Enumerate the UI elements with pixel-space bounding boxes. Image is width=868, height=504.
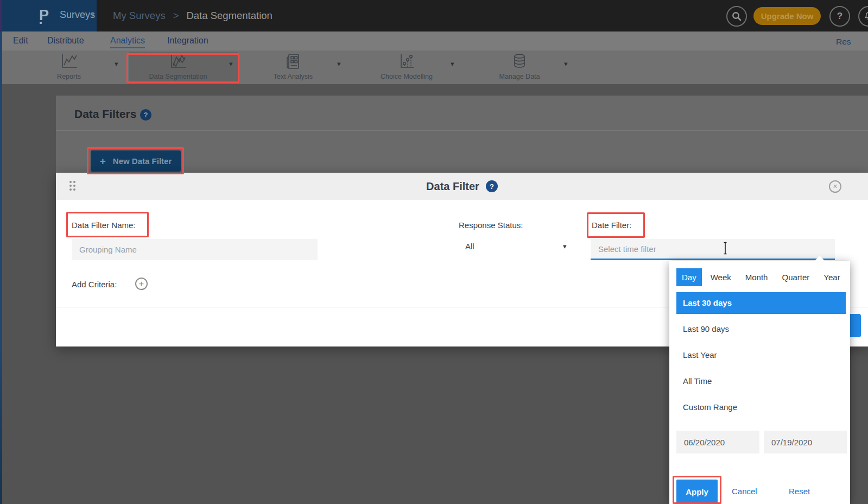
notifications-button[interactable] bbox=[858, 6, 868, 27]
breadcrumb-my-surveys[interactable]: My Surveys bbox=[113, 10, 166, 22]
choice-modelling-caret-icon[interactable]: ▾ bbox=[451, 60, 454, 68]
tab-integration[interactable]: Integration bbox=[167, 36, 208, 46]
tab-distribute[interactable]: Distribute bbox=[47, 36, 84, 46]
cancel-button[interactable]: Cancel bbox=[732, 487, 757, 496]
modal-header: Data Filter ? × bbox=[56, 173, 868, 200]
toolbar-item-choice-modelling[interactable]: Choice Modelling bbox=[360, 53, 453, 80]
text-analysis-caret-icon[interactable]: ▾ bbox=[337, 60, 341, 68]
manage-data-caret-icon[interactable]: ▾ bbox=[564, 60, 568, 68]
date-option-custom-range[interactable]: Custom Range bbox=[676, 396, 846, 418]
date-filter-input[interactable] bbox=[591, 239, 835, 260]
date-option-last-year[interactable]: Last Year bbox=[676, 344, 846, 366]
response-status-label: Response Status: bbox=[459, 220, 523, 230]
response-status-caret-icon[interactable]: ▾ bbox=[563, 242, 567, 250]
tab-month[interactable]: Month bbox=[740, 268, 774, 286]
start-date-input[interactable] bbox=[676, 431, 759, 453]
response-status-select[interactable]: All bbox=[465, 242, 474, 251]
responses-link[interactable]: Res bbox=[836, 37, 851, 47]
questionpro-logo-icon: P bbox=[39, 7, 49, 24]
search-button[interactable] bbox=[726, 6, 747, 27]
app-screen: P Surveys ▾ My Surveys > Data Segmentati… bbox=[0, 0, 868, 504]
date-option-last-30-days[interactable]: Last 30 days bbox=[676, 292, 846, 314]
choice-modelling-icon bbox=[398, 53, 415, 70]
modal-help-icon[interactable]: ? bbox=[486, 180, 498, 192]
text-analysis-icon bbox=[284, 53, 302, 70]
date-filter-dropdown: Day Week Month Quarter Year Last 30 days… bbox=[669, 261, 850, 504]
tab-year[interactable]: Year bbox=[818, 268, 845, 286]
period-tabs: Day Week Month Quarter Year bbox=[676, 268, 846, 286]
top-navbar: P Surveys ▾ My Surveys > Data Segmentati… bbox=[0, 0, 868, 32]
end-date-input[interactable] bbox=[764, 431, 847, 453]
modal-title-wrap: Data Filter ? bbox=[56, 173, 868, 200]
page-title: Data Filters bbox=[74, 108, 136, 121]
date-option-all-time[interactable]: All Time bbox=[676, 370, 846, 392]
upgrade-now-button[interactable]: Upgrade Now bbox=[753, 7, 821, 25]
add-criteria-label: Add Criteria: bbox=[72, 280, 117, 289]
data-filters-help-icon[interactable]: ? bbox=[140, 109, 151, 121]
breadcrumb-chevron-icon: > bbox=[173, 10, 179, 22]
modal-title: Data Filter bbox=[426, 180, 479, 193]
survey-tabs-bar: Edit Distribute Analytics Integration Re… bbox=[0, 32, 868, 51]
product-name[interactable]: Surveys bbox=[60, 9, 95, 21]
toolbar-item-reports[interactable]: Reports bbox=[23, 53, 115, 80]
annotation-box-data-segmentation bbox=[126, 53, 239, 83]
annotation-box-data-filter-name bbox=[66, 212, 149, 237]
chevron-down-icon: ▾ bbox=[91, 10, 94, 18]
annotation-box-new-data-filter bbox=[87, 147, 184, 174]
database-icon bbox=[511, 53, 528, 70]
date-option-last-90-days[interactable]: Last 90 days bbox=[676, 318, 846, 340]
tab-quarter[interactable]: Quarter bbox=[776, 268, 815, 286]
add-criteria-plus-icon[interactable]: + bbox=[135, 278, 148, 290]
reports-caret-icon[interactable]: ▾ bbox=[115, 60, 118, 68]
grouping-name-input[interactable] bbox=[72, 239, 318, 260]
tab-day[interactable]: Day bbox=[676, 268, 702, 286]
product-switcher[interactable]: P Surveys ▾ bbox=[2, 0, 97, 32]
window-edge bbox=[0, 0, 2, 504]
breadcrumb: My Surveys > Data Segmentation bbox=[113, 10, 273, 22]
tab-analytics[interactable]: Analytics bbox=[110, 36, 145, 48]
reset-button[interactable]: Reset bbox=[789, 487, 810, 496]
bell-icon bbox=[864, 11, 868, 21]
tab-edit[interactable]: Edit bbox=[13, 36, 28, 46]
text-cursor bbox=[723, 242, 728, 257]
tab-week[interactable]: Week bbox=[705, 268, 737, 286]
close-icon[interactable]: × bbox=[829, 180, 841, 193]
toolbar-item-text-analysis[interactable]: Text Analysis bbox=[247, 53, 339, 80]
line-chart-icon bbox=[59, 53, 79, 70]
toolbar-item-manage-data[interactable]: Manage Data bbox=[473, 53, 566, 80]
search-icon bbox=[732, 11, 742, 21]
annotation-box-apply bbox=[673, 476, 721, 504]
annotation-box-date-filter bbox=[587, 212, 645, 238]
question-icon: ? bbox=[837, 11, 842, 22]
help-button[interactable]: ? bbox=[829, 6, 850, 27]
panel-divider bbox=[56, 130, 868, 131]
breadcrumb-current: Data Segmentation bbox=[186, 10, 272, 22]
